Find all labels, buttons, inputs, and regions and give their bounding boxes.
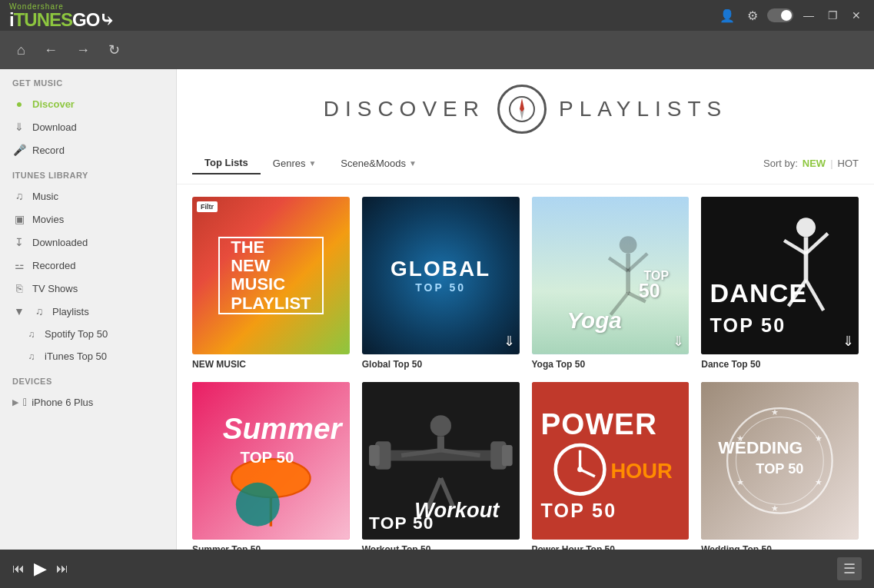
sidebar-item-downloaded[interactable]: ↧ Downloaded bbox=[0, 231, 176, 254]
playlists-expand-icon: ▼ bbox=[12, 305, 26, 317]
maximize-button[interactable]: ❐ bbox=[824, 8, 842, 23]
player-controls: ⏮ ▶ ⏭ bbox=[12, 559, 68, 579]
next-button[interactable]: ⏭ bbox=[56, 562, 68, 576]
user-icon[interactable]: 👤 bbox=[716, 5, 738, 26]
playlist-thumb-dance: DANCE TOP 50 ⇓ bbox=[701, 197, 859, 354]
svg-text:HOUR: HOUR bbox=[610, 459, 673, 483]
filter-toplists[interactable]: Top Lists bbox=[192, 152, 261, 174]
global-subtitle: TOP 50 bbox=[390, 281, 490, 294]
iphone-expand-icon: ▶ bbox=[12, 397, 18, 407]
svg-point-26 bbox=[236, 483, 280, 527]
refresh-button[interactable]: ↻ bbox=[104, 38, 125, 61]
playlist-thumb-yoga: TOP 50 Yoga ⇓ bbox=[532, 197, 690, 354]
svg-rect-34 bbox=[502, 445, 513, 466]
tvshows-icon: ⎘ bbox=[12, 282, 26, 294]
playlist-card-workout[interactable]: TOP 50 Workout Workout Top 50 bbox=[362, 382, 520, 550]
sidebar-item-spotify[interactable]: ♫ Spotify Top 50 bbox=[0, 323, 176, 345]
toggle-knob bbox=[781, 10, 792, 21]
filtr-badge: Filtr bbox=[197, 201, 218, 212]
playlist-thumb-power: POWER HOUR TOP 50 bbox=[532, 382, 690, 540]
svg-rect-33 bbox=[369, 445, 380, 466]
download-icon: ⇓ bbox=[12, 121, 26, 133]
sidebar-item-record[interactable]: 🎤 Record bbox=[0, 138, 176, 161]
filter-bar: Top Lists Genres ▼ Scene&Moods ▼ Sort by… bbox=[177, 146, 874, 184]
playlist-card-summer[interactable]: Summer TOP 50 Summer Top 50 bbox=[192, 382, 350, 550]
discover-label: Discover bbox=[32, 98, 75, 110]
prev-button[interactable]: ⏮ bbox=[12, 562, 25, 576]
svg-text:★: ★ bbox=[815, 434, 822, 443]
recorded-label: Recorded bbox=[32, 260, 75, 271]
yoga-label: Yoga Top 50 bbox=[532, 359, 690, 370]
movies-label: Movies bbox=[32, 214, 64, 225]
titlebar: Wondershare iTUNESGO⤷ 👤 ⚙ — ❐ ✕ bbox=[0, 0, 874, 31]
sidebar-item-itunes[interactable]: ♫ iTunes Top 50 bbox=[0, 345, 176, 367]
svg-text:★: ★ bbox=[771, 407, 779, 417]
sidebar-item-download[interactable]: ⇓ Download bbox=[0, 115, 176, 138]
svg-text:50: 50 bbox=[638, 280, 660, 301]
forward-button[interactable]: → bbox=[71, 39, 95, 61]
wedding-svg: ★ ★ ★ ★ ★ ★ WEDDING TOP 50 bbox=[701, 382, 859, 540]
discover-header: DISCOVER PLAYLISTS bbox=[177, 69, 874, 146]
genres-arrow-icon: ▼ bbox=[308, 159, 316, 168]
settings-icon[interactable]: ⚙ bbox=[744, 5, 761, 26]
svg-text:★: ★ bbox=[736, 477, 744, 487]
playlist-card-newmusic[interactable]: Filtr THENEWMUSICPLAYLIST NEW MUSIC bbox=[192, 197, 350, 370]
sidebar-item-music[interactable]: ♫ Music bbox=[0, 184, 176, 208]
back-button[interactable]: ← bbox=[39, 39, 62, 61]
sort-hot-button[interactable]: HOT bbox=[838, 158, 859, 169]
power-svg: POWER HOUR TOP 50 bbox=[532, 382, 690, 540]
wedding-label: Wedding Top 50 bbox=[701, 544, 859, 550]
svg-text:Yoga: Yoga bbox=[567, 307, 621, 333]
close-button[interactable]: ✕ bbox=[848, 8, 865, 23]
discover-title-left: DISCOVER bbox=[324, 97, 485, 121]
downloaded-icon: ↧ bbox=[12, 236, 26, 248]
playlist-card-power[interactable]: POWER HOUR TOP 50 Power Hour Top 50 bbox=[532, 382, 690, 550]
filter-scenemoods[interactable]: Scene&Moods ▼ bbox=[328, 153, 428, 174]
playlist-card-global[interactable]: GLOBAL TOP 50 ⇓ Global Top 50 bbox=[362, 197, 520, 370]
playlist-thumb-global: GLOBAL TOP 50 ⇓ bbox=[362, 197, 520, 354]
home-button[interactable]: ⌂ bbox=[12, 39, 30, 61]
music-label: Music bbox=[32, 191, 58, 202]
playlist-card-dance[interactable]: DANCE TOP 50 ⇓ Dance Top 50 bbox=[701, 197, 859, 370]
sidebar-item-playlists[interactable]: ▼ ♫ Playlists bbox=[0, 300, 176, 323]
playlist-thumb-workout: TOP 50 Workout bbox=[362, 382, 520, 540]
summer-svg: Summer TOP 50 bbox=[192, 382, 350, 540]
sort-new-button[interactable]: NEW bbox=[803, 158, 826, 169]
playlist-card-wedding[interactable]: ★ ★ ★ ★ ★ ★ WEDDING TOP 50 Wedding Top 5… bbox=[701, 382, 859, 550]
spotify-label: Spotify Top 50 bbox=[45, 328, 108, 340]
svg-text:TOP 50: TOP 50 bbox=[241, 447, 294, 465]
record-icon: 🎤 bbox=[12, 144, 26, 156]
global-download-button[interactable]: ⇓ bbox=[503, 333, 515, 350]
iphone-icon:  bbox=[23, 396, 27, 408]
yoga-download-button[interactable]: ⇓ bbox=[673, 333, 684, 350]
music-icon: ♫ bbox=[12, 190, 26, 202]
minimize-button[interactable]: — bbox=[799, 8, 818, 23]
filter-genres[interactable]: Genres ▼ bbox=[261, 153, 329, 174]
dance-download-button[interactable]: ⇓ bbox=[842, 333, 854, 350]
getmusic-header: GET MUSIC bbox=[0, 69, 176, 92]
toggle-switch[interactable] bbox=[767, 8, 793, 22]
chat-button[interactable]: ☰ bbox=[837, 557, 862, 580]
app-logo: Wondershare iTUNESGO⤷ bbox=[9, 2, 114, 29]
titlebar-left: Wondershare iTUNESGO⤷ bbox=[9, 2, 114, 29]
toplists-label: Top Lists bbox=[204, 157, 248, 168]
sidebar-item-movies[interactable]: ▣ Movies bbox=[0, 208, 176, 231]
play-button[interactable]: ▶ bbox=[34, 559, 47, 579]
iphone-label: iPhone 6 Plus bbox=[32, 397, 93, 408]
workout-svg: TOP 50 Workout bbox=[362, 382, 520, 540]
sidebar-item-recorded[interactable]: ⚍ Recorded bbox=[0, 254, 176, 277]
playlist-thumb-newmusic: Filtr THENEWMUSICPLAYLIST bbox=[192, 197, 350, 354]
playlist-thumb-wedding: ★ ★ ★ ★ ★ ★ WEDDING TOP 50 bbox=[701, 382, 859, 540]
power-label: Power Hour Top 50 bbox=[532, 544, 690, 550]
sidebar-item-tvshows[interactable]: ⎘ TV Shows bbox=[0, 277, 176, 300]
yoga-svg: TOP 50 Yoga bbox=[532, 197, 690, 354]
itunes-label: iTunes Top 50 bbox=[45, 350, 107, 362]
downloaded-label: Downloaded bbox=[32, 237, 88, 248]
ituneslibrary-header: ITUNES LIBRARY bbox=[0, 161, 176, 184]
spotify-icon: ♫ bbox=[25, 329, 38, 340]
playlist-card-yoga[interactable]: TOP 50 Yoga ⇓ Yoga Top 50 bbox=[532, 197, 690, 370]
sidebar-item-iphone[interactable]: ▶  iPhone 6 Plus bbox=[0, 390, 176, 414]
discover-icon: ● bbox=[12, 98, 26, 110]
sidebar-item-discover[interactable]: ● Discover bbox=[0, 92, 176, 115]
compass-icon bbox=[497, 85, 547, 134]
